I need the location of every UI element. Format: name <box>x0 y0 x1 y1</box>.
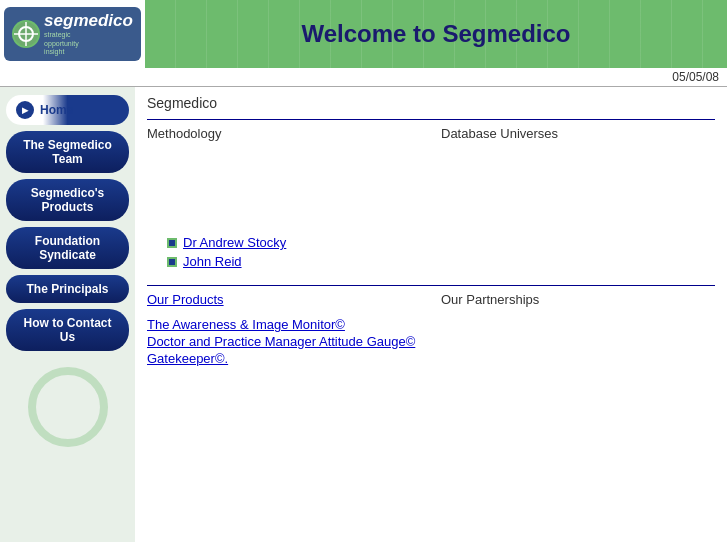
sidebar-item-team[interactable]: The Segmedico Team <box>6 131 129 173</box>
partnerships-title: Our Partnerships <box>441 292 715 307</box>
link-item-john: John Reid <box>167 254 715 269</box>
database-col: Database Universes <box>441 126 715 227</box>
logo-icon <box>12 20 40 48</box>
divider-2 <box>147 285 715 286</box>
header-banner: Welcome to Segmedico <box>145 0 727 68</box>
sidebar-item-home-label: Home <box>40 103 73 117</box>
sidebar-item-products[interactable]: Segmedico's Products <box>6 179 129 221</box>
section-2: Our Products The Awareness & Image Monit… <box>147 292 715 368</box>
products-list: The Awareness & Image Monitor© Doctor an… <box>147 317 421 366</box>
sidebar-item-home[interactable]: Home <box>6 95 129 125</box>
divider-1 <box>147 119 715 120</box>
sidebar: Home The Segmedico Team Segmedico's Prod… <box>0 87 135 542</box>
link-andrew-stocky[interactable]: Dr Andrew Stocky <box>183 235 286 250</box>
principals-section: Dr Andrew Stocky John Reid <box>147 227 715 279</box>
home-arrow-icon <box>16 101 34 119</box>
logo-area: segmedico strategicopportunityinsight <box>0 0 145 68</box>
sidebar-decorative-circle <box>28 367 108 447</box>
date-bar: 05/05/08 <box>0 68 727 87</box>
sidebar-item-contact[interactable]: How to Contact Us <box>6 309 129 351</box>
products-link-title[interactable]: Our Products <box>147 292 224 307</box>
segmedico-heading: Segmedico <box>147 95 715 111</box>
methodology-content <box>147 147 421 227</box>
products-title: Our Products <box>147 292 421 307</box>
date-display: 05/05/08 <box>672 70 719 84</box>
product-link-3[interactable]: Gatekeeper©. <box>147 351 421 366</box>
methodology-title: Methodology <box>147 126 421 141</box>
link-john-reid[interactable]: John Reid <box>183 254 242 269</box>
database-content <box>441 147 715 227</box>
methodology-col: Methodology <box>147 126 421 227</box>
sidebar-item-principals[interactable]: The Principals <box>6 275 129 303</box>
main-layout: Home The Segmedico Team Segmedico's Prod… <box>0 87 727 542</box>
header: segmedico strategicopportunityinsight We… <box>0 0 727 68</box>
database-title: Database Universes <box>441 126 715 141</box>
product-link-2[interactable]: Doctor and Practice Manager Attitude Gau… <box>147 334 421 349</box>
section-1: Methodology Database Universes <box>147 126 715 227</box>
product-link-1[interactable]: The Awareness & Image Monitor© <box>147 317 421 332</box>
bullet-icon-andrew <box>167 238 177 248</box>
products-col: Our Products The Awareness & Image Monit… <box>147 292 421 368</box>
partnerships-col: Our Partnerships <box>441 292 715 368</box>
content-area: Segmedico Methodology Database Universes… <box>135 87 727 542</box>
bullet-icon-john <box>167 257 177 267</box>
welcome-title: Welcome to Segmedico <box>302 20 571 48</box>
logo-box: segmedico strategicopportunityinsight <box>4 7 141 60</box>
sidebar-item-foundation[interactable]: Foundation Syndicate <box>6 227 129 269</box>
link-item-andrew: Dr Andrew Stocky <box>167 235 715 250</box>
logo-text: segmedico strategicopportunityinsight <box>44 11 133 56</box>
